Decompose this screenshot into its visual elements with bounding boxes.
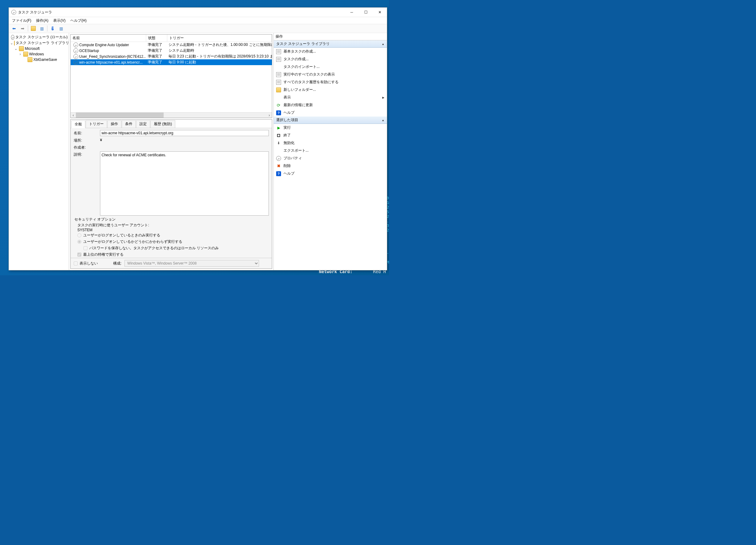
toolbar: ⬅ ➡ ▥ ? ▥	[9, 24, 387, 33]
tab-conditions[interactable]: 条件	[122, 120, 136, 128]
radio-run-always[interactable]: ユーザーがログオンしているかどうかにかかわらず実行する	[74, 239, 268, 245]
task-list[interactable]: 名前 状態 トリガー Compute Engine Auto Updater準備…	[70, 34, 272, 118]
action-export[interactable]: エクスポート...	[274, 147, 387, 154]
task-name: User_Feed_Synchronization-{6C7E412...	[79, 54, 146, 59]
menu-action[interactable]: 操作(A)	[34, 17, 50, 24]
actions-section-selected[interactable]: 選択した項目 ▲	[274, 117, 387, 124]
col-trigger[interactable]: トリガー	[167, 35, 272, 42]
task-description-field[interactable]	[100, 151, 269, 216]
help-button[interactable]: ?	[49, 24, 57, 32]
tree-windows[interactable]: › Windows	[9, 51, 68, 57]
forward-button[interactable]: ➡	[19, 24, 27, 32]
action-end[interactable]: 終了	[274, 132, 387, 139]
task-status: 準備完了	[146, 48, 167, 53]
tree-xblgamesave[interactable]: XblGameSave	[9, 57, 68, 62]
task-icon	[276, 57, 281, 62]
show-hide-tree-button[interactable]: ▥	[38, 24, 46, 32]
menubar: ファイル(F) 操作(A) 表示(V) ヘルプ(H)	[9, 17, 387, 24]
console-tree[interactable]: タスク スケジューラ (ローカル) ⌄ タスク スケジューラ ライブラリ ⌄ M…	[9, 33, 69, 270]
scroll-left-icon[interactable]: ‹	[71, 113, 76, 118]
maximize-button[interactable]: ☐	[359, 8, 373, 17]
action-help-2[interactable]: ?ヘルプ	[274, 170, 387, 177]
action-create-task[interactable]: タスクの作成...	[274, 55, 387, 63]
clock-icon	[11, 35, 14, 40]
help-icon: ?	[276, 110, 281, 115]
window-title: タスク スケジューラ	[18, 10, 345, 15]
collapse-icon[interactable]: ▲	[382, 43, 384, 46]
checkbox-no-password-input[interactable]	[83, 246, 87, 250]
table-row[interactable]: win-acme httpsacme-v01.api.letsencr...準備…	[71, 59, 272, 65]
action-new-folder[interactable]: 新しいフォルダー...	[274, 86, 387, 94]
tab-history[interactable]: 履歴 (無効)	[150, 120, 175, 128]
task-trigger: 毎日 9:00 に起動	[167, 60, 272, 65]
menu-help[interactable]: ヘルプ(H)	[69, 17, 88, 24]
task-list-header[interactable]: 名前 状態 トリガー	[71, 35, 272, 42]
action-run[interactable]: ▶実行	[274, 124, 387, 132]
back-button[interactable]: ⬅	[10, 24, 18, 32]
menu-file[interactable]: ファイル(F)	[10, 17, 33, 24]
action-import-task[interactable]: タスクのインポート...	[274, 63, 387, 71]
tree-library[interactable]: ⌄ タスク スケジューラ ライブラリ	[9, 40, 68, 46]
action-delete[interactable]: ✖削除	[274, 162, 387, 170]
checkbox-hidden-input[interactable]	[74, 261, 78, 265]
task-author-value	[100, 144, 269, 146]
checkbox-no-password[interactable]: パスワードを保存しない。タスクがアクセスできるのはローカル リソースのみ	[74, 245, 268, 251]
col-name[interactable]: 名前	[71, 35, 146, 42]
tab-settings[interactable]: 設定	[136, 120, 150, 128]
table-row[interactable]: Compute Engine Auto Updater準備完了システム起動時 -…	[71, 42, 272, 48]
scroll-thumb[interactable]	[76, 113, 164, 118]
tab-general[interactable]: 全般	[71, 120, 85, 128]
collapse-icon[interactable]: ▲	[382, 119, 384, 122]
action-create-basic-task[interactable]: 基本タスクの作成...	[274, 48, 387, 55]
tab-actions[interactable]: 操作	[107, 120, 121, 128]
tree-microsoft[interactable]: ⌄ Microsoft	[9, 46, 68, 51]
task-icon	[276, 49, 281, 54]
task-name-field[interactable]	[100, 130, 269, 136]
horizontal-scrollbar[interactable]: ‹ ›	[71, 112, 272, 118]
close-button[interactable]: ✕	[373, 8, 387, 17]
table-row[interactable]: GCEStartup準備完了システム起動時	[71, 48, 272, 54]
configure-select[interactable]: Windows Vista™, Windows Server™ 2008	[124, 260, 259, 267]
submenu-arrow-icon: ▶	[382, 96, 384, 99]
checkbox-highest-priv-input[interactable]	[77, 253, 81, 257]
titlebar[interactable]: タスク スケジューラ ─ ☐ ✕	[9, 8, 387, 17]
radio-logged-on-input[interactable]	[77, 233, 81, 237]
col-status[interactable]: 状態	[146, 35, 167, 42]
action-properties[interactable]: プロパティ	[274, 154, 387, 162]
actions-section-library[interactable]: タスク スケジューラ ライブラリ ▲	[274, 40, 387, 48]
action-view[interactable]: 表示▶	[274, 94, 387, 101]
table-row[interactable]: User_Feed_Synchronization-{6C7E412...準備完…	[71, 54, 272, 59]
scroll-track[interactable]	[76, 113, 267, 118]
folder-icon	[14, 41, 15, 46]
radio-run-always-input[interactable]	[77, 240, 81, 244]
action-help[interactable]: ?ヘルプ	[274, 109, 387, 117]
checkbox-highest-priv[interactable]: 最上位の特権で実行する	[74, 251, 268, 258]
menu-view[interactable]: 表示(V)	[51, 17, 67, 24]
folder-icon	[31, 26, 36, 31]
show-hide-action-button[interactable]: ▥	[57, 24, 65, 32]
up-button[interactable]	[29, 24, 37, 32]
checkbox-hidden[interactable]: 表示しない	[74, 260, 98, 267]
task-trigger: システム起動時	[167, 48, 272, 53]
clock-icon	[73, 48, 78, 53]
minimize-button[interactable]: ─	[345, 8, 359, 17]
action-refresh[interactable]: ⟳最新の情報に更新	[274, 101, 387, 109]
tab-triggers[interactable]: トリガー	[86, 120, 107, 128]
radio-logged-on-only[interactable]: ユーザーがログオンしているときのみ実行する	[74, 232, 268, 239]
clock-icon	[73, 43, 78, 47]
actions-header: 操作	[274, 33, 387, 40]
expander-icon[interactable]: ⌄	[14, 46, 18, 51]
task-status: 準備完了	[146, 42, 167, 47]
security-account-value: SYSTEM	[74, 228, 268, 232]
delete-icon: ✖	[276, 164, 281, 169]
action-show-running[interactable]: 実行中のすべてのタスクの表示	[274, 71, 387, 78]
action-enable-history[interactable]: すべてのタスク履歴を有効にする	[274, 78, 387, 86]
expander-icon[interactable]: ›	[18, 52, 22, 56]
scroll-right-icon[interactable]: ›	[267, 113, 272, 118]
help-icon: ?	[276, 171, 281, 176]
action-disable[interactable]: ⬇無効化	[274, 139, 387, 147]
tree-root-label: タスク スケジューラ (ローカル)	[15, 35, 68, 40]
expander-icon[interactable]: ⌄	[10, 41, 13, 45]
app-icon	[11, 10, 16, 15]
tree-root[interactable]: タスク スケジューラ (ローカル)	[9, 34, 68, 40]
